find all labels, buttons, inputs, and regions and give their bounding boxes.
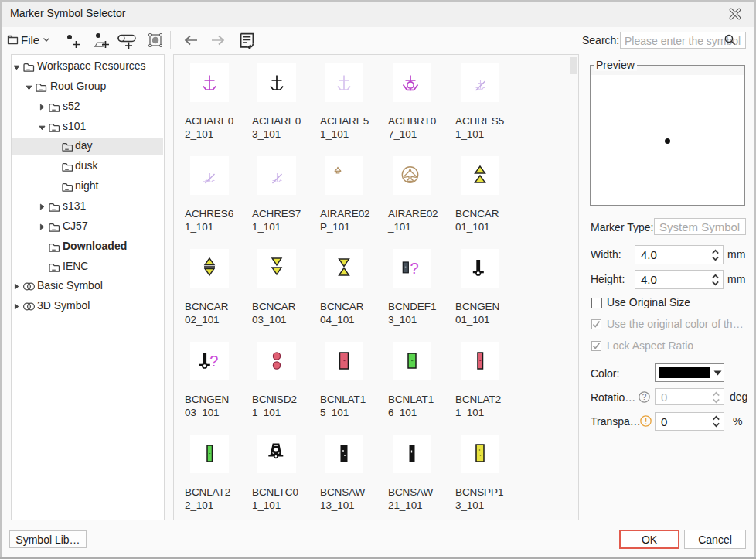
svg-text:?: ?	[642, 393, 647, 401]
svg-text:?: ?	[410, 260, 419, 277]
svg-text:?: ?	[209, 353, 218, 370]
